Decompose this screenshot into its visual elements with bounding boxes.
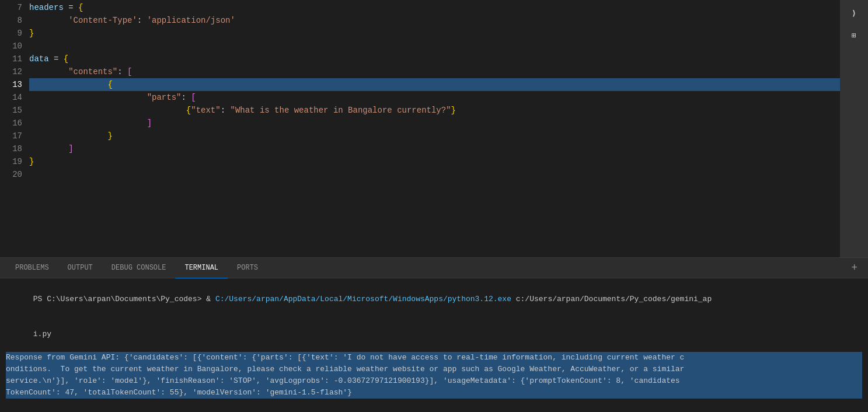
line-num-16: 16 [0, 117, 22, 130]
terminal-response-2: onditions. To get the current weather in… [6, 364, 862, 375]
right-sidebar: ⟩ ⊞ [840, 0, 868, 257]
code-line-14: "parts": [ [29, 91, 868, 104]
tab-debug-console[interactable]: DEBUG CONSOLE [102, 258, 176, 278]
panel-tabs: PROBLEMS OUTPUT DEBUG CONSOLE TERMINAL P… [0, 258, 868, 278]
line-num-9: 9 [0, 27, 22, 40]
code-line-12: "contents": [ [29, 65, 868, 78]
tab-terminal[interactable]: TERMINAL [175, 258, 228, 278]
terminal-content[interactable]: PS C:\Users\arpan\Documents\Py_codes> & … [0, 278, 868, 412]
code-lines[interactable]: headers = { 'Content-Type': 'application… [29, 0, 868, 257]
code-line-18: ] [29, 142, 868, 155]
line-num-18: 18 [0, 142, 22, 155]
sidebar-icon-2[interactable]: ⊞ [843, 25, 864, 46]
script-path: c:/Users/arpan/Documents/Py_codes/gemini… [511, 295, 712, 303]
line-num-11: 11 [0, 53, 22, 65]
code-line-7: headers = { [29, 1, 868, 14]
line-numbers: 7 8 9 10 11 12 13 14 15 16 17 18 19 20 [0, 0, 29, 257]
code-line-17: } [29, 130, 868, 142]
terminal-prompt-line: PS C:\Users\arpan\Documents\Py_codes> [6, 399, 862, 412]
line-num-8: 8 [0, 14, 22, 27]
line-num-7: 7 [0, 1, 22, 14]
add-terminal-button[interactable]: + [846, 258, 862, 278]
terminal-response-3: service.\n'}], 'role': 'model'}, 'finish… [6, 375, 862, 387]
terminal-line-1: PS C:\Users\arpan\Documents\Py_codes> & … [6, 282, 862, 317]
terminal-line-1b: i.py [6, 317, 862, 352]
code-line-11: data = { [29, 53, 868, 65]
code-line-20 [29, 168, 868, 181]
terminal-response-1: Response from Gemini API: {'candidates':… [6, 352, 862, 364]
code-line-9: } [29, 27, 868, 40]
editor-area: 7 8 9 10 11 12 13 14 15 16 17 18 19 20 h… [0, 0, 868, 257]
tab-ports[interactable]: PORTS [228, 258, 267, 278]
code-line-8: 'Content-Type': 'application/json' [29, 14, 868, 27]
line-num-17: 17 [0, 130, 22, 142]
ps-prefix: PS C:\Users\arpan\Documents\Py_codes> & [33, 295, 215, 303]
code-line-16: ] [29, 117, 868, 130]
terminal-panel: PROBLEMS OUTPUT DEBUG CONSOLE TERMINAL P… [0, 257, 868, 412]
token-headers: headers [29, 1, 64, 14]
line-num-13: 13 [0, 78, 22, 91]
python-cmd: C:/Users/arpan/AppData/Local/Microsoft/W… [215, 295, 511, 303]
line-num-15: 15 [0, 104, 22, 117]
line-num-19: 19 [0, 155, 22, 168]
code-line-15: {"text": "What is the weather in Bangalo… [29, 104, 868, 117]
line-num-14: 14 [0, 91, 22, 104]
line-num-10: 10 [0, 40, 22, 53]
line-num-12: 12 [0, 65, 22, 78]
tab-problems[interactable]: PROBLEMS [6, 258, 58, 278]
code-line-10 [29, 40, 868, 53]
code-line-19: } [29, 155, 868, 168]
sidebar-icon-1[interactable]: ⟩ [843, 3, 864, 24]
code-line-13: { [29, 78, 868, 91]
tab-output[interactable]: OUTPUT [58, 258, 102, 278]
line-num-20: 20 [0, 168, 22, 181]
code-container: 7 8 9 10 11 12 13 14 15 16 17 18 19 20 h… [0, 0, 868, 257]
terminal-response-4: TokenCount': 47, 'totalTokenCount': 55},… [6, 387, 862, 399]
